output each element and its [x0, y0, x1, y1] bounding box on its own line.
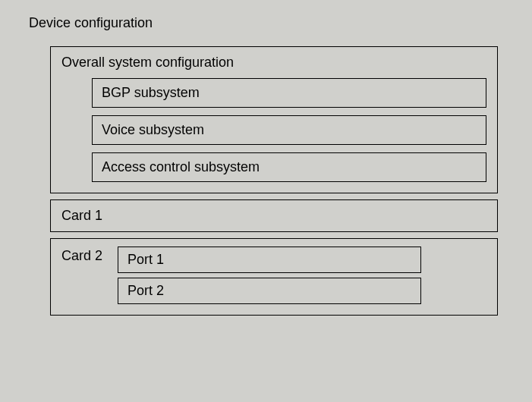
port-2-box: Port 2 — [118, 278, 421, 304]
card-1-label: Card 1 — [61, 208, 102, 223]
port-1-box: Port 1 — [118, 247, 421, 273]
subsystem-voice: Voice subsystem — [92, 115, 486, 145]
page-title: Device configuration — [29, 15, 509, 31]
ports-container: Port 1 Port 2 — [118, 247, 421, 304]
card-2-box: Card 2 Port 1 Port 2 — [50, 238, 498, 316]
card-1-box: Card 1 — [50, 199, 498, 232]
subsystem-bgp: BGP subsystem — [92, 78, 486, 108]
system-config-label: Overall system configuration — [61, 55, 486, 71]
diagram-container: Overall system configuration BGP subsyst… — [50, 46, 498, 316]
card-2-label: Card 2 — [61, 247, 102, 264]
subsystems-container: BGP subsystem Voice subsystem Access con… — [92, 78, 486, 182]
subsystem-access-control: Access control subsystem — [92, 152, 486, 182]
system-config-box: Overall system configuration BGP subsyst… — [50, 46, 498, 193]
